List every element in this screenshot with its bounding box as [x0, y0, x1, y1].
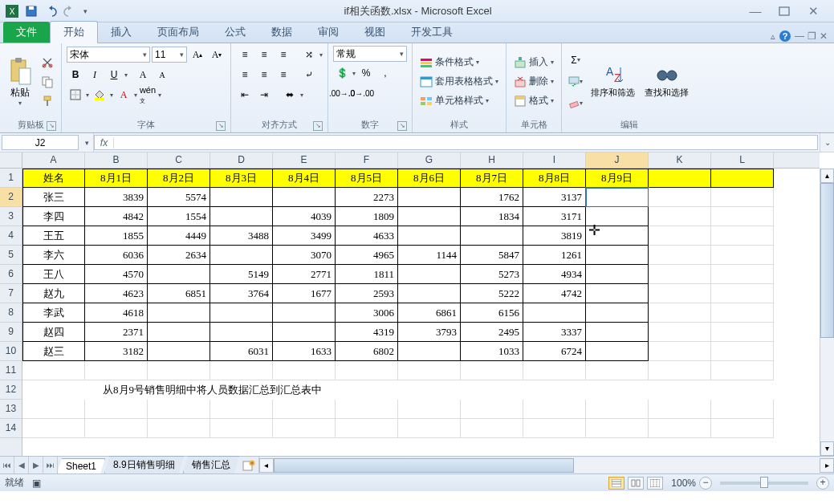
autosum-button[interactable]: Σ▾: [567, 51, 584, 69]
cell[interactable]: [398, 188, 461, 207]
cell[interactable]: 3182: [85, 342, 148, 361]
cell[interactable]: [586, 361, 649, 380]
cell[interactable]: [523, 303, 586, 323]
cell[interactable]: [649, 361, 711, 380]
scroll-up-button[interactable]: ▴: [820, 169, 834, 183]
cell[interactable]: [711, 226, 774, 246]
chevron-down-icon[interactable]: ▾: [180, 51, 184, 59]
row-header-10[interactable]: 10: [0, 342, 22, 361]
cell[interactable]: [461, 419, 523, 438]
note-cell[interactable]: 从8月9号销售明细中将人员数据汇总到汇总表中: [22, 380, 774, 400]
col-header-L[interactable]: L: [711, 152, 774, 168]
cell[interactable]: 8月3日: [210, 169, 273, 188]
cell[interactable]: [148, 400, 210, 419]
font-shrink-button[interactable]: A: [153, 66, 171, 83]
cell[interactable]: 8月8日: [523, 169, 586, 188]
cell[interactable]: [22, 361, 85, 380]
ribbon-minimize-icon[interactable]: ▵: [771, 31, 775, 42]
number-format-combo[interactable]: 常规▾: [333, 46, 407, 62]
cell[interactable]: 1834: [461, 207, 523, 226]
cell[interactable]: 2634: [148, 246, 210, 265]
conditional-format-button[interactable]: 条件格式▾: [417, 55, 501, 70]
cell[interactable]: 6851: [148, 284, 210, 303]
file-tab[interactable]: 文件: [3, 22, 50, 43]
table-format-button[interactable]: 套用表格格式▾: [417, 74, 501, 89]
view-page-layout-button[interactable]: [628, 477, 644, 490]
align-left-button[interactable]: ≡: [236, 66, 254, 83]
cell[interactable]: [711, 207, 774, 226]
cell[interactable]: [85, 419, 148, 438]
cell[interactable]: [523, 361, 586, 380]
cell[interactable]: 1677: [273, 284, 336, 303]
cell[interactable]: [649, 284, 711, 303]
hscroll-thumb[interactable]: [274, 458, 574, 473]
cell[interactable]: [22, 400, 85, 419]
cell[interactable]: 赵四: [22, 323, 85, 342]
cells-area[interactable]: 姓名8月1日8月2日8月3日8月4日8月5日8月6日8月7日8月8日8月9日张三…: [22, 169, 820, 438]
sheet-tab-2[interactable]: 销售汇总: [183, 456, 239, 474]
chevron-down-icon[interactable]: ▾: [300, 91, 303, 99]
cell[interactable]: [85, 361, 148, 380]
align-right-button[interactable]: ≡: [275, 66, 292, 83]
col-header-H[interactable]: H: [461, 152, 523, 168]
formula-input[interactable]: [114, 137, 817, 148]
cell[interactable]: 王八: [22, 265, 85, 284]
cell[interactable]: [649, 226, 711, 246]
tab-review[interactable]: 审阅: [305, 22, 352, 43]
cell[interactable]: [649, 246, 711, 265]
cell[interactable]: 赵三: [22, 342, 85, 361]
cell[interactable]: 1554: [148, 207, 210, 226]
merge-button[interactable]: ⬌: [281, 86, 299, 104]
cell[interactable]: [649, 207, 711, 226]
cell[interactable]: [398, 361, 461, 380]
cell[interactable]: [336, 361, 398, 380]
cell[interactable]: [711, 284, 774, 303]
row-header-6[interactable]: 6: [0, 265, 22, 284]
cell[interactable]: [586, 400, 649, 419]
doc-minimize-icon[interactable]: —: [795, 30, 804, 42]
bold-button[interactable]: B: [67, 66, 84, 83]
row-header-13[interactable]: 13: [0, 400, 22, 419]
vscroll-track[interactable]: [820, 183, 834, 441]
vertical-scrollbar[interactable]: ▴ ▾: [820, 169, 834, 456]
orientation-button[interactable]: ⤮: [300, 46, 318, 63]
cell[interactable]: [398, 400, 461, 419]
macro-record-icon[interactable]: ▣: [32, 478, 41, 489]
doc-close-icon[interactable]: ✕: [820, 30, 828, 42]
cell[interactable]: 2495: [461, 323, 523, 342]
close-button[interactable]: ✕: [803, 3, 823, 19]
row-header-14[interactable]: 14: [0, 419, 22, 438]
sort-filter-button[interactable]: AZ 排序和筛选: [588, 46, 638, 117]
cell[interactable]: 8月2日: [148, 169, 210, 188]
cell[interactable]: [210, 207, 273, 226]
doc-restore-icon[interactable]: ❐: [808, 30, 816, 42]
cell[interactable]: 1261: [523, 246, 586, 265]
sheet-tab-0[interactable]: Sheet1: [57, 458, 105, 474]
cell[interactable]: [210, 303, 273, 323]
cell[interactable]: [649, 169, 711, 188]
comma-button[interactable]: ,: [376, 64, 394, 82]
cell[interactable]: [649, 188, 711, 207]
number-dialog-launcher[interactable]: ↘: [397, 121, 407, 131]
align-bottom-button[interactable]: ≡: [275, 46, 292, 63]
percent-button[interactable]: %: [357, 64, 375, 82]
cell[interactable]: [711, 400, 774, 419]
row-header-7[interactable]: 7: [0, 284, 22, 303]
cell[interactable]: 4039: [273, 207, 336, 226]
insert-cells-button[interactable]: 插入▾: [511, 55, 556, 70]
name-box[interactable]: [2, 135, 79, 150]
cell[interactable]: [398, 419, 461, 438]
row-header-8[interactable]: 8: [0, 303, 22, 323]
increase-font-button[interactable]: A▴: [189, 46, 206, 63]
col-header-A[interactable]: A: [22, 152, 85, 168]
col-header-C[interactable]: C: [148, 152, 210, 168]
qat-customize-icon[interactable]: ▾: [80, 2, 90, 20]
cell[interactable]: [273, 419, 336, 438]
copy-button[interactable]: [39, 73, 56, 91]
maximize-button[interactable]: [775, 3, 794, 19]
cell[interactable]: [148, 323, 210, 342]
scroll-right-button[interactable]: ▸: [820, 458, 834, 473]
sheet-tab-1[interactable]: 8.9日销售明细: [104, 456, 184, 474]
cell[interactable]: 2371: [85, 323, 148, 342]
cell[interactable]: [273, 188, 336, 207]
